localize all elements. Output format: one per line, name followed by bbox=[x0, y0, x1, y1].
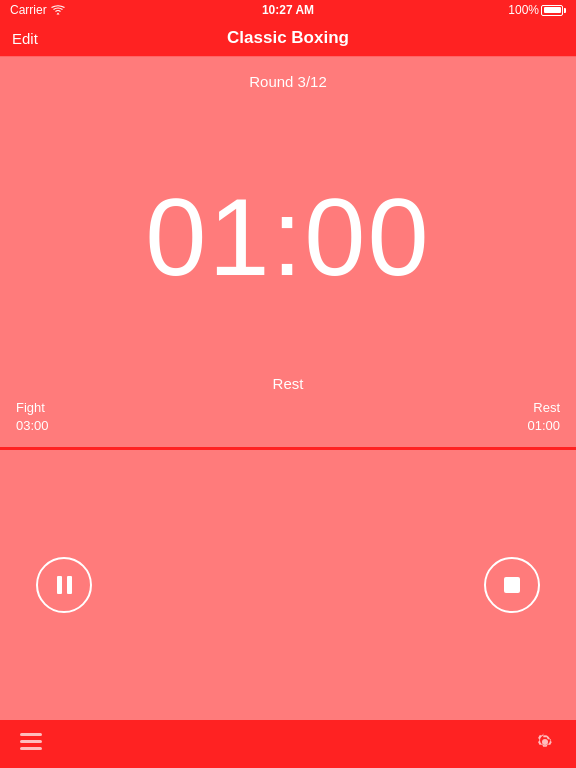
gear-icon[interactable] bbox=[534, 731, 556, 758]
fight-info: Fight 03:00 bbox=[16, 399, 49, 435]
fight-label: Fight bbox=[16, 399, 49, 417]
rest-label-center: Rest bbox=[273, 375, 304, 392]
fight-time: 03:00 bbox=[16, 417, 49, 435]
bottom-bar bbox=[0, 720, 576, 768]
list-svg bbox=[20, 733, 42, 751]
rest-label-corner: Rest bbox=[527, 399, 560, 417]
svg-rect-2 bbox=[20, 747, 42, 750]
wifi-icon bbox=[51, 5, 65, 15]
round-label: Round 3/12 bbox=[249, 73, 327, 90]
gear-svg bbox=[534, 731, 556, 753]
edit-button[interactable]: Edit bbox=[12, 30, 38, 47]
nav-title: Classic Boxing bbox=[227, 28, 349, 48]
svg-rect-0 bbox=[20, 733, 42, 736]
stop-button[interactable] bbox=[484, 557, 540, 613]
svg-rect-1 bbox=[20, 740, 42, 743]
pause-icon bbox=[57, 576, 72, 594]
list-icon[interactable] bbox=[20, 733, 42, 756]
rest-time: 01:00 bbox=[527, 417, 560, 435]
control-panel bbox=[0, 450, 576, 720]
battery-icon bbox=[541, 5, 566, 16]
pause-button[interactable] bbox=[36, 557, 92, 613]
rest-info: Rest 01:00 bbox=[527, 399, 560, 435]
stop-icon bbox=[504, 577, 520, 593]
status-bar: Carrier 10:27 AM 100% bbox=[0, 0, 576, 20]
nav-bar: Edit Classic Boxing bbox=[0, 20, 576, 57]
status-time: 10:27 AM bbox=[262, 3, 314, 17]
timer-panel: Round 3/12 01:00 Rest Fight 03:00 Rest 0… bbox=[0, 57, 576, 447]
timer-display: 01:00 bbox=[145, 182, 430, 292]
carrier-text: Carrier bbox=[10, 3, 47, 17]
battery-percent: 100% bbox=[508, 3, 539, 17]
